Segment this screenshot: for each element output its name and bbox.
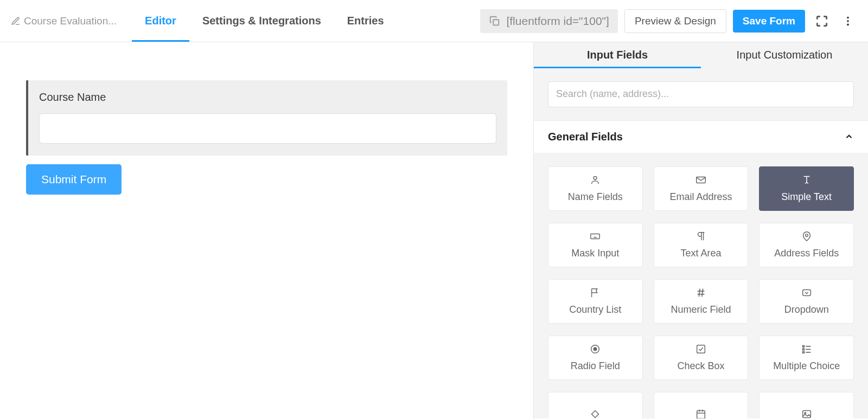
sidebar-tabs: Input Fields Input Customization — [534, 42, 868, 68]
calendar-icon — [695, 408, 707, 418]
field-card-label: Numeric Field — [671, 304, 731, 315]
svg-rect-6 — [591, 234, 600, 239]
field-card-label: Name Fields — [568, 191, 623, 203]
svg-line-11 — [702, 289, 703, 297]
field-card-email-address[interactable]: Email Address — [654, 166, 749, 211]
image-icon — [801, 408, 813, 418]
svg-rect-0 — [494, 20, 499, 25]
tab-editor[interactable]: Editor — [132, 0, 189, 42]
field-card-simple-text[interactable]: Simple Text — [759, 166, 854, 211]
field-card-label: Multiple Choice — [773, 360, 840, 372]
field-label: Course Name — [39, 91, 496, 104]
chevron-up-icon — [844, 132, 854, 141]
fullscreen-icon — [815, 14, 829, 28]
sidebar-tab-input-customization[interactable]: Input Customization — [701, 42, 868, 68]
preview-button[interactable]: Preview & Design — [624, 9, 726, 33]
sidebar-tab-input-fields[interactable]: Input Fields — [534, 42, 701, 68]
pin-icon — [801, 230, 813, 242]
svg-rect-22 — [592, 410, 599, 417]
field-card-radio-field[interactable]: Radio Field — [548, 336, 643, 380]
field-card-label: Email Address — [669, 191, 732, 203]
check-icon — [695, 343, 707, 355]
field-card-label: Country List — [569, 304, 621, 315]
svg-point-7 — [805, 234, 808, 237]
field-card-label: Radio Field — [571, 360, 620, 372]
field-card-check-box[interactable]: Check Box — [654, 336, 749, 380]
field-card-mask-input[interactable]: Mask Input — [548, 223, 643, 267]
sidebar: Input Fields Input Customization General… — [533, 42, 868, 418]
mail-icon — [695, 174, 707, 186]
user-icon — [589, 174, 601, 186]
form-title[interactable]: Course Evaluation... — [11, 15, 117, 27]
svg-rect-16 — [802, 346, 804, 347]
hash-icon — [695, 287, 707, 299]
diamond-icon — [589, 408, 601, 418]
tab-entries[interactable]: Entries — [334, 0, 397, 42]
svg-rect-15 — [697, 345, 705, 353]
field-card-label: Simple Text — [781, 191, 832, 203]
pencil-icon — [11, 16, 21, 26]
radio-icon — [589, 343, 601, 355]
field-card-label: Mask Input — [571, 248, 619, 259]
field-card-calendar[interactable] — [654, 392, 749, 418]
list-icon — [801, 343, 813, 355]
text-icon — [801, 174, 813, 186]
field-card-label: Check Box — [677, 360, 724, 372]
svg-point-2 — [847, 20, 849, 22]
topbar-right: [fluentform id="100"] Preview & Design S… — [480, 9, 857, 33]
field-card-numeric-field[interactable]: Numeric Field — [654, 279, 749, 324]
svg-rect-23 — [697, 410, 705, 418]
field-card-label: Text Area — [680, 248, 721, 259]
field-card-multiple-choice[interactable]: Multiple Choice — [759, 336, 854, 380]
paragraph-icon — [695, 230, 707, 242]
field-card-dropdown[interactable]: Dropdown — [759, 279, 854, 324]
search-input[interactable] — [548, 81, 854, 107]
svg-point-14 — [594, 348, 597, 351]
svg-point-3 — [847, 23, 849, 25]
field-card-country-list[interactable]: Country List — [548, 279, 643, 324]
flag-icon — [589, 287, 601, 299]
more-button[interactable] — [839, 12, 857, 30]
form-canvas: Course Name Submit Form — [0, 42, 533, 418]
submit-form-button[interactable]: Submit Form — [26, 164, 122, 195]
svg-line-10 — [699, 289, 700, 297]
form-title-text: Course Evaluation... — [24, 15, 117, 27]
search-wrap — [534, 68, 868, 120]
copy-icon — [489, 15, 501, 27]
shortcode-box[interactable]: [fluentform id="100"] — [480, 9, 617, 33]
shortcode-text: [fluentform id="100"] — [506, 15, 609, 28]
save-button[interactable]: Save Form — [733, 10, 805, 33]
svg-rect-5 — [697, 177, 706, 183]
svg-rect-20 — [802, 352, 804, 353]
section-header-general[interactable]: General Fields — [534, 120, 868, 153]
svg-rect-18 — [802, 349, 804, 350]
main: Course Name Submit Form Input Fields Inp… — [0, 42, 868, 418]
fullscreen-button[interactable] — [812, 11, 832, 31]
svg-rect-12 — [802, 290, 810, 296]
field-card-label: Dropdown — [784, 304, 829, 315]
svg-rect-27 — [802, 410, 810, 417]
section-title: General Fields — [548, 131, 623, 143]
keyboard-icon — [589, 230, 601, 242]
fields-grid: Name FieldsEmail AddressSimple TextMask … — [534, 153, 868, 418]
field-card-address-fields[interactable]: Address Fields — [759, 223, 854, 267]
field-card-text-area[interactable]: Text Area — [654, 223, 749, 267]
svg-point-1 — [847, 16, 849, 18]
field-card-name-fields[interactable]: Name Fields — [548, 166, 643, 211]
form-field-block[interactable]: Course Name — [26, 80, 507, 156]
more-vertical-icon — [842, 15, 854, 27]
dropdown-icon — [801, 287, 813, 299]
svg-point-4 — [593, 177, 597, 180]
main-tabs: Editor Settings & Integrations Entries — [132, 0, 397, 42]
tab-settings[interactable]: Settings & Integrations — [189, 0, 334, 42]
field-card-image[interactable] — [759, 392, 854, 418]
field-card-label: Address Fields — [774, 248, 839, 259]
field-card-diamond[interactable] — [548, 392, 643, 418]
topbar: Course Evaluation... Editor Settings & I… — [0, 0, 868, 42]
course-name-input[interactable] — [39, 113, 496, 144]
